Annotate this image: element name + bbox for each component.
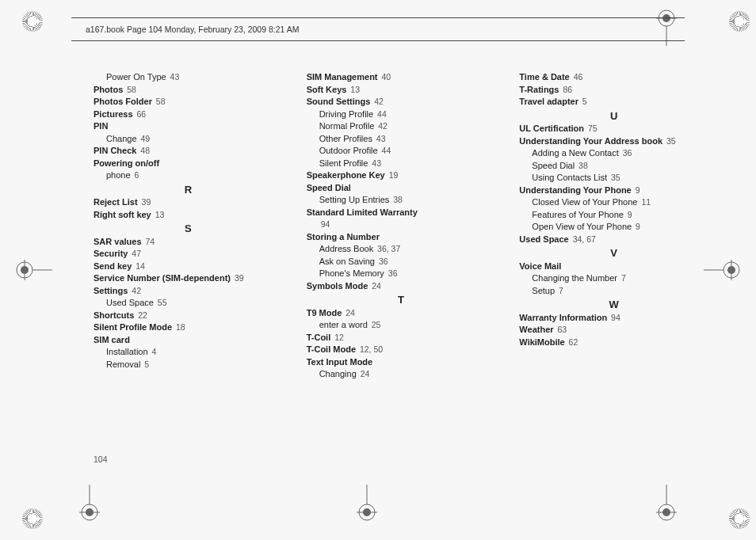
- index-column-1: Power On Type 43Photos 58Photos Folder 5…: [94, 71, 283, 453]
- index-entry-label: SIM card: [94, 335, 130, 344]
- index-entry: Photos 58: [94, 84, 283, 97]
- index-page-ref: 18: [174, 322, 185, 332]
- index-entry-label: SAR values: [94, 237, 142, 246]
- index-page-ref: 47: [129, 249, 141, 258]
- index-page-ref: 24: [343, 308, 355, 318]
- index-page-ref: 39: [139, 197, 151, 207]
- index-page-ref: 39: [232, 273, 244, 283]
- index-page-ref: 19: [387, 170, 399, 180]
- index-section-letter: V: [519, 247, 708, 260]
- reg-mark-bottom-left-icon: [79, 485, 100, 523]
- index-entry-label: Photos Folder: [94, 97, 152, 106]
- index-entry: Symbols Mode 24: [307, 280, 496, 293]
- index-page-ref: 66: [135, 109, 147, 119]
- index-entry: Speed Dial: [307, 182, 496, 195]
- index-entry: Speakerphone Key 19: [307, 169, 496, 182]
- index-entry: PIN Check 48: [94, 145, 283, 158]
- index-entry: Speed Dial 38: [519, 160, 708, 173]
- reg-mark-bottom-right-icon: [656, 485, 677, 523]
- index-entry-label: WikiMobile: [519, 337, 564, 347]
- index-section-letter: W: [519, 299, 708, 311]
- index-entry: Security 47: [94, 248, 283, 260]
- index-page-ref: 46: [571, 72, 583, 82]
- index-entry: Photos Folder 58: [94, 96, 283, 108]
- index-entry-label: Warranty Information: [519, 313, 607, 322]
- index-entry: Closed View of Your Phone 11: [519, 196, 708, 209]
- index-entry-label: Powering on/off: [94, 158, 159, 168]
- index-section-letter: T: [307, 294, 496, 306]
- index-entry: Change 49: [94, 133, 283, 146]
- index-entry-label: T-Ratings: [519, 85, 559, 94]
- index-entry: Storing a Number: [307, 231, 496, 244]
- index-entry: Adding a New Contact 36: [519, 147, 708, 160]
- index-page-ref: 94: [321, 219, 330, 229]
- index-entry: WikiMobile 62: [519, 337, 708, 349]
- index-entry: Other Profiles 43: [307, 133, 496, 146]
- index-entry-label: Text Input Mode: [307, 357, 373, 367]
- index-entry-label: Setting Up Entries: [319, 195, 390, 204]
- index-entry-label: Speed Dial: [307, 183, 351, 192]
- index-entry: Service Number (SIM-dependent) 39: [94, 272, 283, 285]
- index-page-ref: 5: [142, 359, 149, 369]
- header-text: a167.book Page 104 Monday, February 23, …: [86, 25, 300, 34]
- index-entry: Understanding Your Phone 9: [519, 184, 708, 197]
- index-entry: T-Ratings 86: [519, 84, 708, 97]
- index-entry-label: Service Number (SIM-dependent): [94, 273, 231, 283]
- index-page-ref: 44: [380, 146, 391, 155]
- index-entry-label: PIN: [94, 121, 108, 131]
- index-entry: Standard Limited Warranty: [307, 207, 496, 219]
- index-column-3: Time & Date 46T-Ratings 86Travel adapter…: [519, 71, 708, 453]
- index-entry-label: Changing: [319, 369, 357, 378]
- index-page-ref: 6: [132, 170, 139, 180]
- index-entry-label: Closed View of Your Phone: [532, 197, 637, 207]
- index-entry-label: Sound Settings: [307, 97, 371, 106]
- index-entry: Address Book 36, 37: [307, 243, 496, 256]
- index-entry-label: Understanding Your Phone: [519, 185, 631, 195]
- index-entry-label: UL Certification: [519, 124, 584, 133]
- index-page-ref: 22: [136, 310, 147, 320]
- index-entry: phone 6: [94, 169, 283, 182]
- index-entry: Shortcuts 22: [94, 310, 283, 322]
- index-page-ref: 11: [639, 197, 651, 207]
- index-page-ref: 55: [155, 298, 167, 307]
- index-entry: Picturess 66: [94, 108, 283, 121]
- index-entry-label: Travel adapter: [519, 97, 578, 106]
- index-column-2: SIM Management 40Soft Keys 13Sound Setti…: [307, 71, 496, 453]
- index-entry: Settings 42: [94, 285, 283, 298]
- index-entry-label: Photos: [94, 85, 123, 94]
- index-page-ref: 44: [375, 109, 387, 119]
- index-page-ref: 49: [139, 134, 151, 143]
- index-entry-label: Used Space: [106, 298, 154, 307]
- index-page-ref: 14: [133, 261, 145, 271]
- index-page-ref: 43: [168, 72, 180, 82]
- index-entry-label: Right soft key: [94, 210, 151, 219]
- index-page-ref: 12: [332, 333, 344, 342]
- index-entry: Silent Profile Mode 18: [94, 321, 283, 334]
- index-page-ref: 9: [633, 222, 640, 231]
- index-page-ref: 4: [150, 347, 157, 356]
- index-entry: enter a word 25: [307, 319, 496, 332]
- index-entry-label: Send key: [94, 261, 132, 271]
- index-entry: Travel adapter 5: [519, 96, 708, 108]
- index-entry: Setting Up Entries 38: [307, 194, 496, 207]
- index-page-ref: 42: [129, 286, 141, 295]
- index-entry: Changing 24: [307, 368, 496, 381]
- index-entry-label: Used Space: [519, 234, 568, 244]
- index-entry: Used Space 34, 67: [519, 234, 708, 246]
- index-section-letter: S: [94, 222, 283, 235]
- index-page-ref: 9: [625, 210, 632, 219]
- index-entry: PIN: [94, 120, 283, 133]
- index-page-ref: 38: [391, 195, 403, 204]
- index-entry-label: Storing a Number: [307, 232, 380, 241]
- index-entry: Installation 4: [94, 346, 283, 359]
- index-page-ref: 94: [609, 313, 620, 322]
- index-entry-label: Phone's Memory: [319, 268, 384, 278]
- index-entry-label: PIN Check: [94, 146, 136, 155]
- index-entry-label: Change: [106, 134, 137, 143]
- index-entry: Outdoor Profile 44: [307, 145, 496, 158]
- index-entry-label: Speakerphone Key: [307, 170, 385, 180]
- index-entry-label: Time & Date: [519, 72, 569, 82]
- index-entry-label: Open View of Your Phone: [532, 222, 632, 231]
- index-entry-label: Adding a New Contact: [532, 148, 618, 158]
- index-body: Power On Type 43Photos 58Photos Folder 5…: [94, 71, 708, 453]
